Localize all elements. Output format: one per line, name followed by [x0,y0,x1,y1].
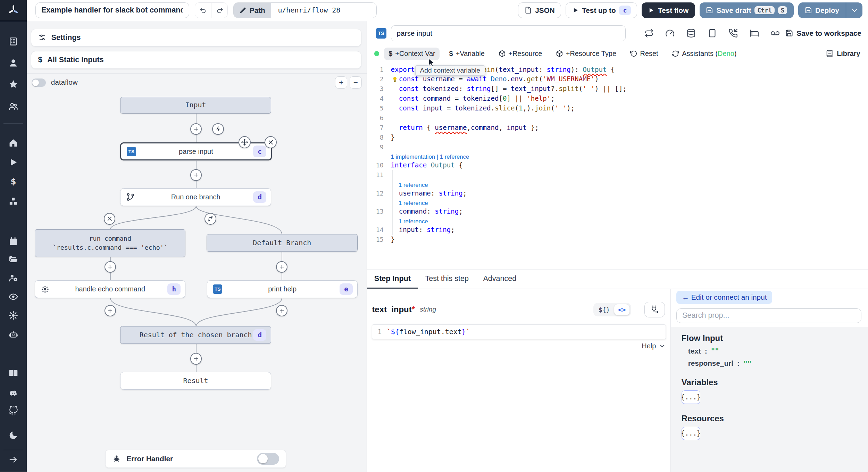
windmill-logo[interactable] [0,0,27,21]
deploy-button[interactable]: Deploy [798,2,846,18]
error-handler-toggle[interactable] [257,453,279,464]
users-cog-icon[interactable] [0,273,27,283]
save-draft-button[interactable]: Save draft Ctrl S [700,2,794,18]
path-value[interactable]: u/henri/flow_28 [271,3,376,18]
plus-icon [279,264,285,270]
add-step-button[interactable] [105,261,116,273]
step-name-input[interactable] [391,25,626,41]
codelens-link[interactable]: 1 implementation | 1 reference [367,152,868,161]
search-prop-input[interactable] [676,308,861,323]
path-label-segment[interactable]: Path [234,3,272,18]
branch-label: run command [53,234,168,243]
field-row-text-input: text_input* string ${} <> [372,302,670,317]
moon-icon[interactable] [0,430,27,440]
database-icon[interactable] [686,28,696,38]
delete-branch-button[interactable] [104,213,115,224]
star-icon[interactable] [0,79,27,89]
flow-node-run-one-branch[interactable]: Run one branch d [120,188,271,206]
code-line: 6 [367,113,868,123]
add-step-button[interactable] [190,123,202,135]
template-mode-button[interactable]: ${} [595,304,614,315]
trigger-bolt-button[interactable] [212,123,224,135]
add-branch-button[interactable] [205,213,216,224]
gauge-icon[interactable] [665,28,675,38]
line-number: 10 [367,160,384,170]
add-resource-type-button[interactable]: +Resource Type [551,48,620,60]
reset-button[interactable]: Reset [626,48,662,60]
test-up-to-button[interactable]: Test up to c [566,2,637,18]
resources-object-chip[interactable]: {...} [682,427,700,440]
indent-guide [392,225,393,235]
boxes-icon[interactable] [0,197,27,207]
building-icon[interactable] [0,36,27,47]
bed-icon[interactable] [750,28,759,38]
toggle-knob [258,454,268,463]
add-resource-label: +Resource [508,50,542,58]
path-chip[interactable]: Path u/henri/flow_28 [233,2,377,18]
json-label: JSON [535,6,554,15]
chevron-down-icon[interactable] [659,342,666,350]
add-step-button[interactable] [190,353,202,364]
tab-test-this-step[interactable]: Test this step [418,270,476,289]
variables-object-chip[interactable]: {...} [682,390,700,404]
add-variable-button[interactable]: $+Variable [445,48,489,60]
flow-node-result[interactable]: Result [120,372,271,390]
folder-open-icon[interactable] [0,255,27,265]
code-line: 4 const command = tokenized[0] || 'help'… [367,94,868,103]
dollar-icon[interactable]: $ [0,177,27,187]
assistants-button[interactable]: Assistants (Deno) [668,48,741,60]
save-to-workspace-button[interactable]: Save to workspace [785,29,861,38]
voicemail-icon[interactable] [770,28,780,38]
lightbulb-icon[interactable] [391,76,399,83]
add-step-button[interactable] [105,305,116,316]
help-link[interactable]: Help [642,342,656,350]
code-mode-button[interactable]: <> [614,304,630,315]
line-number: 1 [372,328,386,336]
field-type: string [420,306,436,313]
flow-title-input[interactable] [35,2,189,18]
tab-step-input[interactable]: Step Input [367,270,418,289]
flow-node-run-command-branch[interactable]: run command `results.c.command === 'echo… [35,229,185,257]
calendar-icon[interactable] [0,237,27,247]
help-row: Help [372,342,666,350]
library-button[interactable]: Library [826,50,860,58]
redo-button[interactable] [211,3,227,18]
undo-button[interactable] [195,3,211,18]
deploy-dropdown-button[interactable] [846,2,862,18]
eye-icon[interactable] [0,292,27,302]
add-resource-button[interactable]: +Resource [494,48,546,60]
edit-or-connect-button[interactable]: ← Edit or connect an input [676,291,772,304]
tab-advanced[interactable]: Advanced [476,270,524,289]
node-label: Result of the chosen branch [140,331,252,339]
user-icon[interactable] [0,58,27,68]
play-icon[interactable] [0,157,27,167]
users-icon[interactable] [0,101,27,111]
arrow-right-icon[interactable] [0,455,27,465]
flow-node-handle-echo-command[interactable]: handle echo command h [35,280,185,298]
github-icon[interactable] [0,406,27,416]
test-flow-button[interactable]: Test flow [642,2,695,18]
add-step-button[interactable] [190,169,202,181]
code-editor[interactable]: Add context variable 1export async funct… [367,62,868,245]
flow-node-print-help[interactable]: TS print help e [207,280,358,298]
phone-incoming-icon[interactable] [728,28,738,38]
codelens-link[interactable]: 1 reference [367,216,868,225]
bug-icon [112,454,121,463]
codelens-link[interactable]: 1 reference [367,198,868,207]
connect-input-button[interactable] [644,302,665,317]
robot-icon[interactable] [0,330,27,340]
discord-icon[interactable] [0,388,27,398]
home-icon[interactable] [0,138,27,148]
flow-node-input[interactable]: Input [120,97,271,114]
flow-node-default-branch[interactable]: Default Branch [207,234,358,252]
flow-node-branch-result[interactable]: Result of the chosen branch d [120,326,271,344]
book-open-icon[interactable] [0,368,27,378]
expression-editor[interactable]: 1 `${flow_input.text}` [372,324,666,339]
prop-row-response-url[interactable]: response_url : "" [688,359,868,367]
prop-row-text[interactable]: text : "" [688,347,868,355]
json-button[interactable]: JSON [518,2,561,18]
repeat-icon[interactable] [644,28,654,38]
settings-icon[interactable] [0,310,27,321]
codelens-link[interactable]: 1 reference [367,180,868,189]
square-icon[interactable] [708,28,717,38]
